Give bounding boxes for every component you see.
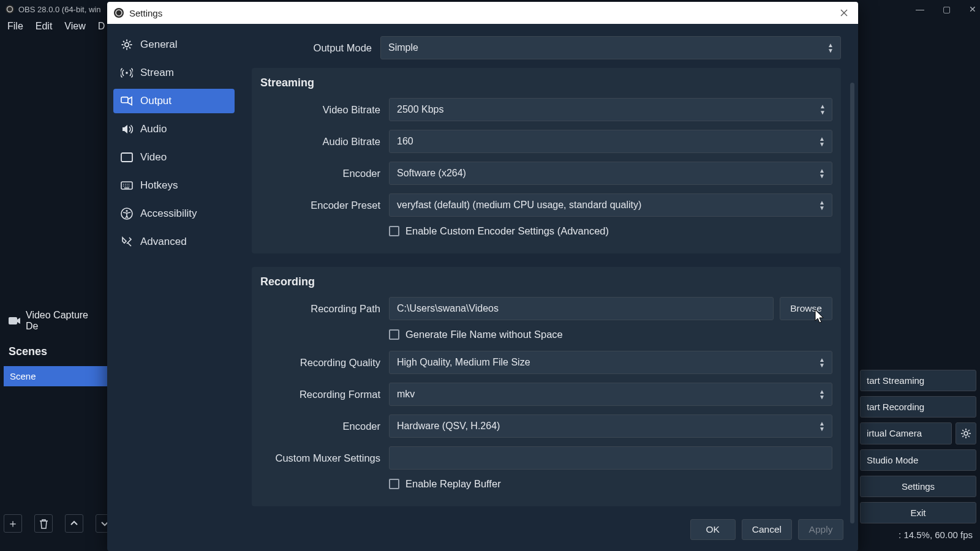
gear-icon: [121, 39, 133, 51]
move-up-button[interactable]: [65, 514, 83, 533]
menu-file[interactable]: File: [7, 21, 23, 32]
output-mode-select[interactable]: Simple ▲▼: [380, 36, 841, 59]
menubar: File Edit View D: [0, 18, 105, 34]
replay-buffer-label: Enable Replay Buffer: [405, 478, 501, 490]
nav-hotkeys[interactable]: Hotkeys: [113, 173, 235, 198]
output-mode-label: Output Mode: [252, 42, 380, 54]
controls-panel: tart Streaming tart Recording irtual Cam…: [860, 370, 976, 523]
recording-quality-value: High Quality, Medium File Size: [397, 357, 530, 368]
close-window-icon[interactable]: ✕: [969, 4, 976, 14]
checkbox-icon: [389, 226, 399, 236]
nav-stream[interactable]: Stream: [113, 61, 235, 85]
nav-accessibility-label: Accessibility: [140, 208, 197, 220]
browse-button[interactable]: Browse: [780, 297, 832, 320]
scene-tools: ＋: [4, 514, 114, 533]
settings-content: Output Mode Simple ▲▼ Streaming Video Bi…: [241, 24, 858, 551]
menu-view[interactable]: View: [64, 21, 85, 32]
recording-encoder-value: Hardware (QSV, H.264): [397, 421, 500, 432]
dialog-titlebar[interactable]: Settings: [107, 2, 858, 24]
settings-button[interactable]: Settings: [860, 476, 976, 497]
content-scrollbar[interactable]: [850, 83, 854, 523]
menu-edit[interactable]: Edit: [36, 21, 53, 32]
streaming-encoder-select[interactable]: Software (x264) ▲▼: [389, 162, 832, 185]
recording-group: Recording Recording Path C:\Users\swana\…: [252, 267, 841, 506]
nav-accessibility[interactable]: Accessibility: [113, 201, 235, 226]
video-bitrate-value: 2500 Kbps: [397, 104, 444, 115]
dialog-title: Settings: [129, 8, 162, 18]
nav-output-label: Output: [140, 95, 172, 107]
custom-muxer-input[interactable]: [389, 446, 832, 470]
chevron-updown-icon: ▲▼: [817, 415, 827, 437]
min-window-icon[interactable]: —: [916, 4, 924, 14]
source-item-label: Video Capture De: [26, 310, 103, 332]
svg-rect-8: [121, 97, 128, 103]
nav-stream-label: Stream: [140, 67, 174, 79]
gear-icon: [960, 428, 971, 439]
generate-filename-checkbox[interactable]: Generate File Name without Space: [389, 329, 563, 340]
encoder-preset-select[interactable]: veryfast (default) (medium CPU usage, st…: [389, 193, 832, 217]
dialog-close-button[interactable]: [830, 2, 858, 24]
camera-icon: [9, 316, 21, 326]
settings-nav: General Stream Output Audio Video Hotkey…: [107, 24, 241, 551]
dialog-button-bar: OK Cancel Apply: [690, 519, 843, 540]
max-window-icon[interactable]: ▢: [943, 4, 951, 14]
nav-video[interactable]: Video: [113, 145, 235, 170]
nav-output[interactable]: Output: [113, 89, 235, 113]
chevron-updown-icon: ▲▼: [817, 383, 827, 405]
obs-logo-icon: [5, 4, 15, 14]
recording-format-label: Recording Format: [260, 389, 389, 400]
scene-row-active[interactable]: Scene: [4, 366, 108, 386]
recording-format-value: mkv: [397, 389, 415, 400]
encoder-preset-value: veryfast (default) (medium CPU usage, st…: [397, 200, 641, 211]
streaming-group: Streaming Video Bitrate 2500 Kbps ▲▼ Aud…: [252, 68, 841, 253]
exit-button[interactable]: Exit: [860, 502, 976, 523]
svg-point-6: [125, 43, 129, 47]
output-icon: [121, 95, 133, 107]
delete-scene-button[interactable]: [34, 514, 53, 533]
recording-path-input[interactable]: C:\Users\swana\Videos: [389, 297, 774, 320]
chevron-updown-icon: ▲▼: [817, 162, 827, 184]
svg-rect-9: [121, 153, 132, 162]
svg-point-7: [126, 72, 128, 74]
start-streaming-button[interactable]: tart Streaming: [860, 370, 976, 391]
output-mode-value: Simple: [388, 42, 418, 53]
recording-format-select[interactable]: mkv ▲▼: [389, 383, 832, 406]
source-item[interactable]: Video Capture De: [4, 306, 108, 335]
ok-button[interactable]: OK: [690, 519, 736, 540]
accessibility-icon: [121, 208, 133, 220]
recording-quality-select[interactable]: High Quality, Medium File Size ▲▼: [389, 351, 832, 374]
recording-encoder-select[interactable]: Hardware (QSV, H.264) ▲▼: [389, 414, 832, 438]
encoder-preset-label: Encoder Preset: [260, 200, 389, 211]
replay-buffer-checkbox[interactable]: Enable Replay Buffer: [389, 478, 501, 490]
apply-button[interactable]: Apply: [798, 519, 843, 540]
main-window-title: OBS 28.0.0 (64-bit, win: [18, 5, 100, 14]
nav-general[interactable]: General: [113, 32, 235, 57]
video-bitrate-input[interactable]: 2500 Kbps ▲▼: [389, 98, 832, 121]
nav-advanced[interactable]: Advanced: [113, 230, 235, 254]
chevron-updown-icon: ▲▼: [826, 37, 835, 59]
cancel-button[interactable]: Cancel: [742, 519, 792, 540]
virtual-camera-button[interactable]: irtual Camera: [860, 422, 952, 444]
virtual-camera-settings-button[interactable]: [956, 422, 976, 444]
add-scene-button[interactable]: ＋: [4, 514, 22, 533]
chevron-updown-icon: ▲▼: [817, 130, 827, 152]
audio-bitrate-select[interactable]: 160 ▲▼: [389, 130, 832, 153]
svg-point-3: [964, 432, 968, 435]
nav-advanced-label: Advanced: [140, 236, 187, 248]
spin-icon[interactable]: ▲▼: [817, 101, 828, 118]
chevron-updown-icon: ▲▼: [817, 194, 827, 216]
nav-audio[interactable]: Audio: [113, 117, 235, 141]
audio-bitrate-value: 160: [397, 136, 413, 147]
studio-mode-button[interactable]: Studio Mode: [860, 449, 976, 471]
nav-video-label: Video: [140, 151, 167, 163]
chevron-updown-icon: ▲▼: [817, 351, 827, 373]
menu-d[interactable]: D: [98, 21, 105, 32]
checkbox-icon: [389, 329, 399, 340]
settings-dialog: Settings General Stream Output Audio: [107, 2, 858, 551]
recording-path-value: C:\Users\swana\Videos: [397, 303, 499, 314]
streaming-encoder-value: Software (x264): [397, 168, 466, 179]
generate-filename-label: Generate File Name without Space: [405, 329, 563, 340]
custom-encoder-checkbox[interactable]: Enable Custom Encoder Settings (Advanced…: [389, 225, 609, 237]
recording-head: Recording: [260, 276, 832, 288]
start-recording-button[interactable]: tart Recording: [860, 396, 976, 418]
